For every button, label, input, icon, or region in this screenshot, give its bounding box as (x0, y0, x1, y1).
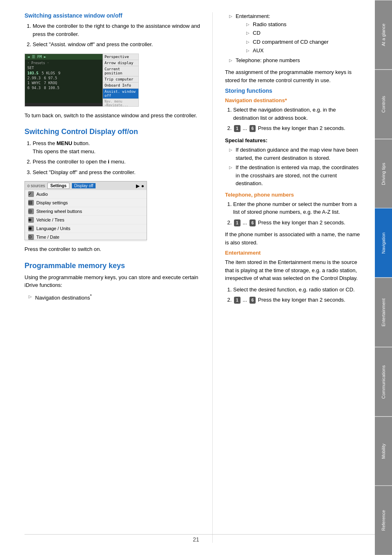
right-column: Entertainment: Radio stations CD CD comp… (225, 12, 363, 543)
special-feature-1: If destination guidance and the map view… (229, 146, 363, 162)
sidebar-tab-communications[interactable]: Communications (375, 347, 392, 416)
menu-items-list: ✓ Audio ▤ Display settings ◎ Steering wh… (25, 190, 147, 242)
sub-bullet-cd: CD (246, 29, 363, 37)
entertainment-steps: Select the desired function, e.g. radio … (225, 286, 363, 304)
menu-item-time: ⊙ Time / Date (25, 233, 147, 242)
station-row-2: 2.99.3 6 97.5 (27, 76, 60, 80)
vehicle-icon: ◈ (28, 217, 34, 223)
ellipsis-1: ... (243, 125, 248, 131)
section-control-display: Switching Control Display off/on Press t… (24, 128, 200, 253)
assistance-step-2: Select "Assist. window off" and press th… (33, 40, 200, 49)
step-text-2: Select "Assist. window off" and press th… (33, 41, 153, 47)
menu-item-steering: ◎ Steering wheel buttons (25, 207, 147, 216)
opens-start-menu: This opens the start menu. (33, 148, 96, 154)
radio-text: Radio stations (253, 21, 286, 27)
telephone-steps: Enter the phone number or select the num… (225, 200, 363, 227)
tel-step-1-text: Enter the phone number or select the num… (233, 201, 357, 215)
cd-step-3: Select "Display off" and press the contr… (33, 168, 200, 177)
sources-btn: o sources (27, 184, 45, 188)
nav-step-2: 1 ... 6 Press the key longer than 2 seco… (233, 124, 363, 132)
sidebar-tab-reference[interactable]: Reference (375, 486, 392, 555)
menu-bold: MENU (57, 140, 72, 146)
audio-label: Audio (36, 192, 48, 197)
tab-label-controls: Controls (381, 96, 386, 113)
assistance-steps: Move the controller to the right to chan… (24, 22, 200, 49)
cd-step-1: Press the MENU button. This opens the st… (33, 139, 200, 155)
cd-text: CD (253, 30, 261, 36)
sidebar-tab-mobility[interactable]: Mobility (375, 416, 392, 486)
tab-label-at-a-glance: At a glance (381, 24, 386, 46)
ent-step-1: Select the desired function, e.g. radio … (233, 286, 363, 294)
display-icon: ▤ (28, 200, 34, 206)
ellipsis-3: ... (243, 297, 248, 303)
assistance-note: To turn back on, switch to the assistanc… (24, 112, 200, 120)
tab-label-mobility: Mobility (381, 443, 386, 459)
nav-destinations-subheading: Navigation destinations* (225, 97, 363, 103)
tab-label-entertainment: Entertainment (381, 298, 386, 326)
storing-functions-section: Storing functions Navigation destination… (225, 87, 363, 304)
special-features-list: If destination guidance and the map view… (225, 146, 363, 188)
control-display-steps: Press the MENU button. This opens the st… (24, 139, 200, 176)
assistance-step-1: Move the controller to the right to chan… (33, 22, 200, 38)
tel-step-2: 1 ... 6 Press the key longer than 2 seco… (233, 219, 363, 227)
section-programmable-keys: Programmable memory keys Using the progr… (24, 262, 200, 302)
language-label: Language / Units (36, 226, 70, 231)
station-2: 5 KLOS (42, 71, 55, 75)
nav-dest-text: Navigation destinations* (35, 295, 92, 301)
station-4: 2.99.3 (27, 76, 41, 80)
special-features-label: Special features: (225, 137, 363, 145)
entertainment-text: Entertainment: (236, 13, 270, 19)
display-label: Display settings (36, 200, 68, 205)
key-badge-6c: 6 (249, 297, 256, 304)
menu-item-vehicle: ◈ Vehicle / Tires (25, 216, 147, 224)
display-off-btn: Display off (72, 183, 96, 188)
sf-text-1: If destination guidance and the map view… (236, 147, 358, 161)
page-container: Switching assistance window on/off Move … (0, 0, 392, 555)
nav-step-2-text: Press the key longer than 2 seconds. (258, 125, 345, 131)
key-badge-6b: 6 (249, 219, 256, 226)
key-badge-1a: 1 (234, 125, 241, 132)
menu-item-display: ▤ Display settings (25, 199, 147, 207)
menu-item-assist: Assist. window off (103, 89, 139, 99)
prog-keys-heading-text: Programmable memory keys (24, 262, 125, 270)
nav-step-1: Select the navigation destination, e.g. … (233, 106, 363, 122)
sf-text-2: If the destination is entered via map, t… (236, 164, 359, 186)
sidebar: At a glance Controls Driving tips Naviga… (375, 0, 392, 555)
prog-keys-intro: Using the programmable memory keys, you … (24, 273, 200, 289)
station-8: 6 94.3 (27, 86, 41, 90)
tab-label-communications: Communications (381, 365, 386, 398)
tel-step-2-text: Press the key longer than 2 seconds. (258, 219, 345, 226)
sidebar-tab-navigation[interactable]: Navigation (375, 208, 392, 278)
entertainment-sub-bullets: Radio stations CD CD compartment of CD c… (236, 20, 363, 55)
aux-text: AUX (253, 47, 264, 54)
settings-btn: Settings (47, 183, 69, 189)
sidebar-tab-driving-tips[interactable]: Driving tips (375, 139, 392, 208)
station-row-3: 1 WHYC 7 KROQ (27, 81, 60, 85)
key-badge-1b: 1 (234, 219, 241, 226)
menu-item-nav: Nav. menu →Navigate... (103, 99, 139, 107)
menu-item-perspective: Perspective (103, 54, 139, 60)
bullet-nav-destinations: Navigation destinations* (29, 293, 200, 302)
menu-item-arrow: Arrow display (103, 60, 139, 66)
sidebar-tab-controls[interactable]: Controls (375, 69, 392, 139)
audio-icon: ✓ (28, 191, 34, 197)
sidebar-tab-entertainment[interactable]: Entertainment (375, 278, 392, 347)
control-display-note: Press the controller to switch on. (24, 245, 200, 253)
special-feature-2: If the destination is entered via map, t… (229, 163, 363, 188)
section-heading-control-display: Switching Control Display off/on (24, 128, 200, 136)
cd-changer-text: CD compartment of CD changer (253, 39, 329, 45)
assignment-note: The assignment of the programmable memor… (225, 68, 363, 84)
heading-text-control: Switching Control Display off/on (24, 128, 138, 136)
station-5: 6 97.5 (44, 76, 58, 80)
left-column: Switching assistance window on/off Move … (24, 12, 200, 543)
sidebar-tab-at-a-glance[interactable]: At a glance (375, 0, 392, 69)
station-6: 1 WHYC (27, 81, 41, 85)
tab-label-driving-tips: Driving tips (381, 163, 386, 185)
tab-label-reference: Reference (381, 510, 386, 531)
nav-star: * (90, 293, 91, 298)
time-icon: ⊙ (28, 234, 34, 240)
bullet-telephone: Telephone: phone numbers (229, 56, 363, 65)
entertainment-top-bullets: Entertainment: Radio stations CD CD comp… (225, 12, 363, 64)
menu-item-audio: ✓ Audio (25, 190, 147, 199)
bullet-entertainment: Entertainment: Radio stations CD CD comp… (229, 12, 363, 55)
